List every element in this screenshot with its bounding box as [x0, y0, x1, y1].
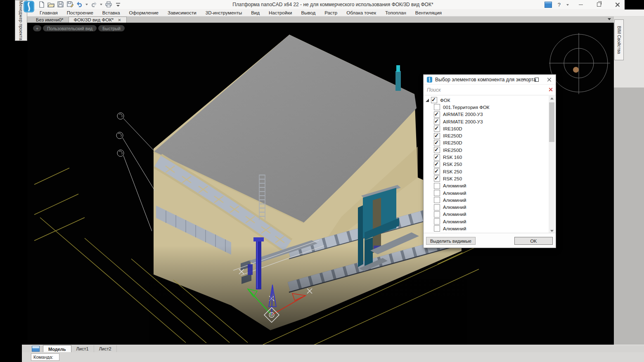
ribbon-tab[interactable]: Зависимости — [163, 9, 201, 16]
tree-row[interactable]: RSK 250 — [424, 175, 549, 182]
tree-checkbox[interactable] — [434, 211, 440, 218]
tree-row[interactable]: IRE250D — [424, 147, 549, 154]
layout-tab[interactable]: Модель — [43, 345, 71, 353]
tree-row[interactable]: RSK 250 — [424, 161, 549, 168]
tree-checkbox[interactable] — [434, 197, 440, 203]
tree-row[interactable]: IRE250D — [424, 132, 549, 139]
tree-row[interactable]: AIRMATE 2000-У3 — [424, 118, 549, 125]
tree-item-label: Алюминий — [443, 198, 466, 203]
ribbon-tab[interactable]: Настройки — [264, 9, 296, 16]
dialog-footer: Выделить видимые OK — [424, 233, 556, 248]
doc-tab-fok[interactable]: ФОК/3D вид ФОК* ✕ — [69, 17, 127, 23]
search-input[interactable] — [424, 85, 556, 95]
tree-item-label: AIRMATE 2000-У3 — [443, 112, 483, 117]
dialog-minimize-button[interactable] — [517, 75, 530, 84]
viewport-add-view-button[interactable]: + — [33, 25, 41, 31]
ribbon-tab[interactable]: Топоплан — [381, 9, 411, 16]
viewport-visual-style-button[interactable]: Быстрый — [98, 25, 125, 31]
sidebar-tab-bim-properties[interactable]: BIM Свойства — [614, 19, 624, 60]
command-input[interactable]: Команда: — [31, 353, 59, 361]
tree-item-label: Алюминий — [443, 212, 466, 217]
ribbon-tab[interactable]: Вентиляция — [411, 9, 446, 16]
tree-checkbox[interactable] — [434, 168, 440, 175]
tree-row[interactable]: Алюминий — [424, 189, 549, 196]
layout-tab[interactable]: Лист2 — [94, 345, 117, 353]
ribbon-tab[interactable]: Облака точек — [342, 9, 381, 16]
open-icon[interactable] — [47, 1, 54, 8]
help-dropdown-icon[interactable] — [566, 4, 569, 7]
search-clear-icon[interactable]: ✕ — [548, 86, 553, 93]
dialog-titlebar[interactable]: Выбор элементов компонента для экспорта — [424, 75, 556, 85]
tree-row[interactable]: IRE160D — [424, 125, 549, 132]
tree-checkbox[interactable] — [434, 225, 440, 232]
tree-row[interactable]: Алюминий — [424, 182, 549, 189]
tree-row[interactable]: Алюминий — [424, 211, 549, 218]
doc-tab-untitled[interactable]: Без имени0* — [31, 17, 69, 23]
quick-access-toolbar — [38, 1, 121, 8]
tree-expander-icon[interactable] — [426, 99, 429, 102]
tree-row[interactable]: ФОК — [424, 97, 549, 104]
layout-tab[interactable]: Лист1 — [71, 345, 94, 353]
redo-dropdown-icon[interactable] — [100, 4, 102, 7]
ribbon-tab[interactable]: Вставка — [98, 9, 125, 16]
tree-checkbox[interactable] — [434, 140, 440, 146]
new-file-icon[interactable] — [38, 1, 45, 8]
ok-button[interactable]: OK — [514, 237, 553, 245]
tree-checkbox[interactable] — [434, 204, 440, 211]
print-icon[interactable] — [105, 1, 112, 8]
tree-row[interactable]: Алюминий — [424, 196, 549, 203]
tree-row[interactable]: RSK 160 — [424, 154, 549, 161]
ribbon-tab[interactable]: Построение — [62, 9, 98, 16]
customize-quick-access-icon[interactable] — [114, 1, 121, 8]
tree-checkbox[interactable] — [434, 161, 440, 168]
tree-row[interactable]: IRE250D — [424, 140, 549, 147]
ribbon-tab[interactable]: Главная — [35, 9, 62, 16]
tree-row[interactable]: RSK 250 — [424, 168, 549, 175]
ribbon-tab[interactable]: Вид — [246, 9, 264, 16]
tree-checkbox[interactable] — [434, 104, 440, 110]
tree-checkbox[interactable] — [434, 190, 440, 196]
ribbon-tab[interactable]: Вывод — [296, 9, 320, 16]
tree-checkbox[interactable] — [434, 118, 440, 125]
tree-row[interactable]: Алюминий — [424, 225, 549, 232]
scrollbar-up-icon[interactable] — [549, 95, 555, 101]
undo-icon[interactable] — [76, 1, 83, 8]
tree-checkbox[interactable] — [434, 154, 440, 161]
tree-row[interactable]: Алюминий — [424, 218, 549, 225]
tree-checkbox[interactable] — [434, 183, 440, 189]
navigation-compass[interactable] — [549, 33, 610, 94]
save-as-icon[interactable] — [66, 1, 73, 8]
save-icon[interactable] — [57, 1, 64, 8]
ribbon-tab[interactable]: 3D-инструменты — [201, 9, 246, 16]
viewport-view-name-button[interactable]: Пользовательский вид — [43, 25, 97, 31]
undo-dropdown-icon[interactable] — [85, 4, 88, 7]
tree-checkbox[interactable] — [431, 97, 437, 103]
ribbon-tab[interactable]: Оформление — [125, 9, 163, 16]
window-layout-icon[interactable] — [545, 2, 552, 8]
redo-icon[interactable] — [90, 1, 97, 8]
tree-scrollbar[interactable] — [549, 95, 555, 234]
tree-row[interactable]: 001.Территория ФОК — [424, 104, 549, 111]
tree-checkbox[interactable] — [434, 147, 440, 153]
tree-checkbox[interactable] — [434, 111, 440, 118]
dialog-maximize-button[interactable] — [530, 75, 543, 84]
tree-row[interactable]: AIRMATE 2000-У3 — [424, 111, 549, 118]
doc-tab-close-icon[interactable]: ✕ — [118, 18, 121, 22]
ribbon-tab[interactable]: Растр — [320, 9, 342, 16]
minimize-button[interactable] — [575, 0, 587, 9]
close-button[interactable] — [611, 0, 623, 9]
tree-row[interactable]: Алюминий — [424, 203, 549, 211]
component-tree[interactable]: ФОК 001.Территория ФОК AIRMATE 2000-У3 — [424, 95, 549, 234]
select-visible-button[interactable]: Выделить видимые — [426, 237, 476, 245]
layouts-icon[interactable] — [32, 346, 40, 352]
tree-checkbox[interactable] — [434, 133, 440, 139]
tree-checkbox[interactable] — [434, 175, 440, 182]
doc-tab-list-caret-icon[interactable] — [608, 18, 611, 22]
help-icon[interactable]: ? — [558, 2, 561, 8]
tree-checkbox[interactable] — [434, 218, 440, 225]
tree-item-label: RSK 250 — [443, 162, 462, 167]
dialog-close-button[interactable] — [543, 75, 556, 84]
scrollbar-thumb[interactable] — [549, 102, 554, 142]
restore-button[interactable] — [593, 0, 605, 9]
tree-checkbox[interactable] — [434, 125, 440, 132]
